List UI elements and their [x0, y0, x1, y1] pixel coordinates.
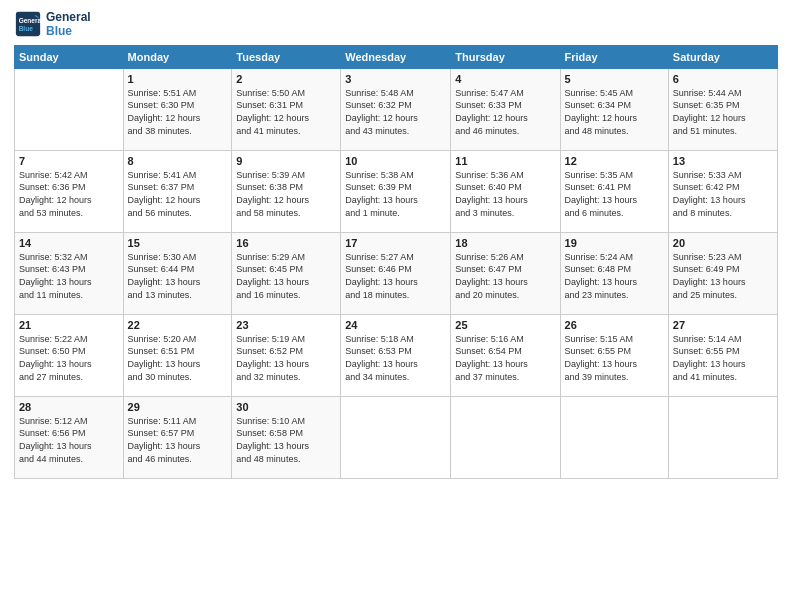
- calendar-week-3: 14Sunrise: 5:32 AM Sunset: 6:43 PM Dayli…: [15, 232, 778, 314]
- column-header-tuesday: Tuesday: [232, 45, 341, 68]
- header: General Blue General Blue: [14, 10, 778, 39]
- day-number: 17: [345, 237, 446, 249]
- day-info: Sunrise: 5:18 AM Sunset: 6:53 PM Dayligh…: [345, 333, 446, 383]
- column-header-thursday: Thursday: [451, 45, 560, 68]
- calendar-cell: 15Sunrise: 5:30 AM Sunset: 6:44 PM Dayli…: [123, 232, 232, 314]
- day-info: Sunrise: 5:10 AM Sunset: 6:58 PM Dayligh…: [236, 415, 336, 465]
- day-number: 1: [128, 73, 228, 85]
- calendar-week-5: 28Sunrise: 5:12 AM Sunset: 6:56 PM Dayli…: [15, 396, 778, 478]
- day-info: Sunrise: 5:48 AM Sunset: 6:32 PM Dayligh…: [345, 87, 446, 137]
- calendar-cell: 19Sunrise: 5:24 AM Sunset: 6:48 PM Dayli…: [560, 232, 668, 314]
- day-number: 11: [455, 155, 555, 167]
- day-number: 5: [565, 73, 664, 85]
- calendar-cell: 7Sunrise: 5:42 AM Sunset: 6:36 PM Daylig…: [15, 150, 124, 232]
- calendar-cell: 26Sunrise: 5:15 AM Sunset: 6:55 PM Dayli…: [560, 314, 668, 396]
- day-number: 15: [128, 237, 228, 249]
- calendar-cell: 18Sunrise: 5:26 AM Sunset: 6:47 PM Dayli…: [451, 232, 560, 314]
- calendar-cell: 29Sunrise: 5:11 AM Sunset: 6:57 PM Dayli…: [123, 396, 232, 478]
- calendar-cell: [668, 396, 777, 478]
- day-info: Sunrise: 5:50 AM Sunset: 6:31 PM Dayligh…: [236, 87, 336, 137]
- day-number: 27: [673, 319, 773, 331]
- calendar-week-2: 7Sunrise: 5:42 AM Sunset: 6:36 PM Daylig…: [15, 150, 778, 232]
- day-number: 6: [673, 73, 773, 85]
- svg-text:Blue: Blue: [19, 25, 33, 32]
- day-info: Sunrise: 5:19 AM Sunset: 6:52 PM Dayligh…: [236, 333, 336, 383]
- day-info: Sunrise: 5:12 AM Sunset: 6:56 PM Dayligh…: [19, 415, 119, 465]
- day-info: Sunrise: 5:20 AM Sunset: 6:51 PM Dayligh…: [128, 333, 228, 383]
- calendar-cell: 21Sunrise: 5:22 AM Sunset: 6:50 PM Dayli…: [15, 314, 124, 396]
- day-number: 14: [19, 237, 119, 249]
- calendar-cell: 11Sunrise: 5:36 AM Sunset: 6:40 PM Dayli…: [451, 150, 560, 232]
- day-number: 10: [345, 155, 446, 167]
- day-number: 25: [455, 319, 555, 331]
- day-info: Sunrise: 5:39 AM Sunset: 6:38 PM Dayligh…: [236, 169, 336, 219]
- logo: General Blue General Blue: [14, 10, 91, 39]
- calendar-week-4: 21Sunrise: 5:22 AM Sunset: 6:50 PM Dayli…: [15, 314, 778, 396]
- page-container: General Blue General Blue SundayMondayTu…: [0, 0, 792, 489]
- day-info: Sunrise: 5:41 AM Sunset: 6:37 PM Dayligh…: [128, 169, 228, 219]
- day-number: 20: [673, 237, 773, 249]
- day-info: Sunrise: 5:44 AM Sunset: 6:35 PM Dayligh…: [673, 87, 773, 137]
- calendar-cell: 16Sunrise: 5:29 AM Sunset: 6:45 PM Dayli…: [232, 232, 341, 314]
- day-info: Sunrise: 5:42 AM Sunset: 6:36 PM Dayligh…: [19, 169, 119, 219]
- day-number: 21: [19, 319, 119, 331]
- day-info: Sunrise: 5:38 AM Sunset: 6:39 PM Dayligh…: [345, 169, 446, 219]
- day-info: Sunrise: 5:35 AM Sunset: 6:41 PM Dayligh…: [565, 169, 664, 219]
- calendar-cell: 25Sunrise: 5:16 AM Sunset: 6:54 PM Dayli…: [451, 314, 560, 396]
- column-header-friday: Friday: [560, 45, 668, 68]
- calendar-cell: [15, 68, 124, 150]
- day-info: Sunrise: 5:32 AM Sunset: 6:43 PM Dayligh…: [19, 251, 119, 301]
- column-header-saturday: Saturday: [668, 45, 777, 68]
- logo-icon: General Blue: [14, 10, 42, 38]
- day-info: Sunrise: 5:26 AM Sunset: 6:47 PM Dayligh…: [455, 251, 555, 301]
- day-info: Sunrise: 5:36 AM Sunset: 6:40 PM Dayligh…: [455, 169, 555, 219]
- calendar-cell: 14Sunrise: 5:32 AM Sunset: 6:43 PM Dayli…: [15, 232, 124, 314]
- calendar-cell: 30Sunrise: 5:10 AM Sunset: 6:58 PM Dayli…: [232, 396, 341, 478]
- calendar-cell: 23Sunrise: 5:19 AM Sunset: 6:52 PM Dayli…: [232, 314, 341, 396]
- day-number: 18: [455, 237, 555, 249]
- day-info: Sunrise: 5:24 AM Sunset: 6:48 PM Dayligh…: [565, 251, 664, 301]
- calendar-cell: 27Sunrise: 5:14 AM Sunset: 6:55 PM Dayli…: [668, 314, 777, 396]
- day-number: 30: [236, 401, 336, 413]
- column-header-monday: Monday: [123, 45, 232, 68]
- calendar-cell: [341, 396, 451, 478]
- calendar-cell: 9Sunrise: 5:39 AM Sunset: 6:38 PM Daylig…: [232, 150, 341, 232]
- day-number: 9: [236, 155, 336, 167]
- day-number: 29: [128, 401, 228, 413]
- calendar-cell: 5Sunrise: 5:45 AM Sunset: 6:34 PM Daylig…: [560, 68, 668, 150]
- logo-text: General Blue: [46, 10, 91, 39]
- calendar-cell: 20Sunrise: 5:23 AM Sunset: 6:49 PM Dayli…: [668, 232, 777, 314]
- calendar-cell: 6Sunrise: 5:44 AM Sunset: 6:35 PM Daylig…: [668, 68, 777, 150]
- calendar-cell: 22Sunrise: 5:20 AM Sunset: 6:51 PM Dayli…: [123, 314, 232, 396]
- calendar-cell: 10Sunrise: 5:38 AM Sunset: 6:39 PM Dayli…: [341, 150, 451, 232]
- day-number: 22: [128, 319, 228, 331]
- day-info: Sunrise: 5:30 AM Sunset: 6:44 PM Dayligh…: [128, 251, 228, 301]
- day-info: Sunrise: 5:14 AM Sunset: 6:55 PM Dayligh…: [673, 333, 773, 383]
- day-number: 16: [236, 237, 336, 249]
- column-header-wednesday: Wednesday: [341, 45, 451, 68]
- day-number: 12: [565, 155, 664, 167]
- day-number: 3: [345, 73, 446, 85]
- day-info: Sunrise: 5:47 AM Sunset: 6:33 PM Dayligh…: [455, 87, 555, 137]
- calendar-table: SundayMondayTuesdayWednesdayThursdayFrid…: [14, 45, 778, 479]
- calendar-cell: 17Sunrise: 5:27 AM Sunset: 6:46 PM Dayli…: [341, 232, 451, 314]
- calendar-cell: 28Sunrise: 5:12 AM Sunset: 6:56 PM Dayli…: [15, 396, 124, 478]
- day-number: 4: [455, 73, 555, 85]
- calendar-cell: 8Sunrise: 5:41 AM Sunset: 6:37 PM Daylig…: [123, 150, 232, 232]
- day-number: 13: [673, 155, 773, 167]
- calendar-cell: [451, 396, 560, 478]
- day-number: 19: [565, 237, 664, 249]
- calendar-cell: 12Sunrise: 5:35 AM Sunset: 6:41 PM Dayli…: [560, 150, 668, 232]
- day-info: Sunrise: 5:29 AM Sunset: 6:45 PM Dayligh…: [236, 251, 336, 301]
- day-info: Sunrise: 5:23 AM Sunset: 6:49 PM Dayligh…: [673, 251, 773, 301]
- calendar-cell: 2Sunrise: 5:50 AM Sunset: 6:31 PM Daylig…: [232, 68, 341, 150]
- calendar-week-1: 1Sunrise: 5:51 AM Sunset: 6:30 PM Daylig…: [15, 68, 778, 150]
- day-info: Sunrise: 5:22 AM Sunset: 6:50 PM Dayligh…: [19, 333, 119, 383]
- day-info: Sunrise: 5:16 AM Sunset: 6:54 PM Dayligh…: [455, 333, 555, 383]
- day-number: 28: [19, 401, 119, 413]
- calendar-cell: [560, 396, 668, 478]
- header-row: SundayMondayTuesdayWednesdayThursdayFrid…: [15, 45, 778, 68]
- day-info: Sunrise: 5:11 AM Sunset: 6:57 PM Dayligh…: [128, 415, 228, 465]
- day-number: 2: [236, 73, 336, 85]
- calendar-cell: 24Sunrise: 5:18 AM Sunset: 6:53 PM Dayli…: [341, 314, 451, 396]
